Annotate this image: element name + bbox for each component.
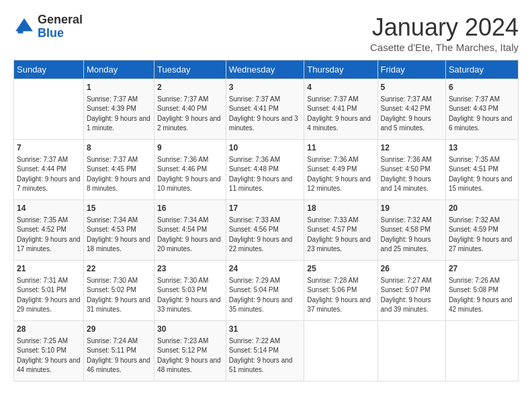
- cell-content: Sunrise: 7:33 AMSunset: 4:57 PMDaylight:…: [307, 216, 374, 255]
- calendar-week-row: 7Sunrise: 7:37 AMSunset: 4:44 PMDaylight…: [14, 140, 519, 200]
- calendar-cell: 23Sunrise: 7:30 AMSunset: 5:03 PMDayligh…: [154, 261, 226, 321]
- cell-content: Sunrise: 7:33 AMSunset: 4:56 PMDaylight:…: [229, 216, 302, 255]
- calendar-cell: 18Sunrise: 7:33 AMSunset: 4:57 PMDayligh…: [304, 200, 378, 261]
- day-number: 3: [229, 82, 302, 93]
- calendar-cell: 28Sunrise: 7:25 AMSunset: 5:10 PMDayligh…: [14, 321, 84, 381]
- day-number: 17: [229, 203, 302, 214]
- day-number: 1: [87, 82, 151, 93]
- cell-content: Sunrise: 7:37 AMSunset: 4:40 PMDaylight:…: [157, 95, 223, 134]
- day-number: 12: [381, 142, 443, 154]
- cell-content: Sunrise: 7:26 AMSunset: 5:08 PMDaylight:…: [449, 276, 515, 315]
- calendar-cell: 10Sunrise: 7:36 AMSunset: 4:48 PMDayligh…: [226, 140, 304, 200]
- calendar-cell: 22Sunrise: 7:30 AMSunset: 5:02 PMDayligh…: [84, 261, 154, 321]
- calendar-cell: 12Sunrise: 7:36 AMSunset: 4:50 PMDayligh…: [378, 140, 445, 200]
- cell-content: Sunrise: 7:37 AMSunset: 4:45 PMDaylight:…: [87, 155, 151, 194]
- calendar-cell: 27Sunrise: 7:26 AMSunset: 5:08 PMDayligh…: [445, 261, 518, 321]
- calendar-header-row: SundayMondayTuesdayWednesdayThursdayFrid…: [14, 60, 519, 79]
- day-number: 23: [157, 263, 223, 275]
- cell-content: Sunrise: 7:35 AMSunset: 4:52 PMDaylight:…: [17, 216, 81, 255]
- cell-content: Sunrise: 7:34 AMSunset: 4:53 PMDaylight:…: [87, 216, 151, 255]
- cell-content: Sunrise: 7:34 AMSunset: 4:54 PMDaylight:…: [157, 216, 223, 255]
- cell-content: Sunrise: 7:30 AMSunset: 5:02 PMDaylight:…: [87, 276, 151, 315]
- day-number: 18: [307, 203, 374, 214]
- calendar-cell: [378, 321, 445, 381]
- calendar-cell: [445, 321, 518, 381]
- calendar-cell: 30Sunrise: 7:23 AMSunset: 5:12 PMDayligh…: [154, 321, 226, 381]
- logo-blue-text: Blue: [38, 26, 64, 40]
- calendar-cell: 29Sunrise: 7:24 AMSunset: 5:11 PMDayligh…: [84, 321, 154, 381]
- calendar-cell: 4Sunrise: 7:37 AMSunset: 4:41 PMDaylight…: [304, 79, 378, 140]
- cell-content: Sunrise: 7:32 AMSunset: 4:58 PMDaylight:…: [381, 216, 443, 255]
- header-friday: Friday: [378, 60, 445, 79]
- day-number: 6: [449, 82, 515, 93]
- calendar-cell: 20Sunrise: 7:32 AMSunset: 4:59 PMDayligh…: [445, 200, 518, 261]
- header-tuesday: Tuesday: [154, 60, 226, 79]
- day-number: 27: [449, 263, 515, 275]
- title-block: January 2024 Casette d'Ete, The Marches,…: [370, 13, 519, 53]
- cell-content: Sunrise: 7:36 AMSunset: 4:48 PMDaylight:…: [229, 155, 302, 194]
- day-number: 10: [229, 142, 302, 154]
- calendar-cell: 7Sunrise: 7:37 AMSunset: 4:44 PMDaylight…: [14, 140, 84, 200]
- day-number: 9: [157, 142, 223, 154]
- calendar-week-row: 28Sunrise: 7:25 AMSunset: 5:10 PMDayligh…: [14, 321, 519, 381]
- day-number: 31: [229, 324, 302, 335]
- header-monday: Monday: [84, 60, 154, 79]
- cell-content: Sunrise: 7:37 AMSunset: 4:41 PMDaylight:…: [229, 95, 302, 134]
- logo-icon: [13, 16, 35, 38]
- logo-general-text: General: [38, 13, 83, 26]
- day-number: 25: [307, 263, 374, 275]
- day-number: 14: [17, 203, 81, 214]
- calendar-cell: 1Sunrise: 7:37 AMSunset: 4:39 PMDaylight…: [84, 79, 154, 140]
- day-number: 19: [381, 203, 443, 214]
- cell-content: Sunrise: 7:25 AMSunset: 5:10 PMDaylight:…: [17, 336, 81, 375]
- day-number: 13: [449, 142, 515, 154]
- header-sunday: Sunday: [14, 60, 84, 79]
- calendar-cell: [14, 79, 84, 140]
- cell-content: Sunrise: 7:36 AMSunset: 4:49 PMDaylight:…: [307, 155, 374, 194]
- calendar-cell: 14Sunrise: 7:35 AMSunset: 4:52 PMDayligh…: [14, 200, 84, 261]
- calendar-cell: 31Sunrise: 7:22 AMSunset: 5:14 PMDayligh…: [226, 321, 304, 381]
- calendar-cell: 8Sunrise: 7:37 AMSunset: 4:45 PMDaylight…: [84, 140, 154, 200]
- cell-content: Sunrise: 7:29 AMSunset: 5:04 PMDaylight:…: [229, 276, 302, 315]
- cell-content: Sunrise: 7:27 AMSunset: 5:07 PMDaylight:…: [381, 276, 443, 315]
- cell-content: Sunrise: 7:22 AMSunset: 5:14 PMDaylight:…: [229, 336, 302, 375]
- cell-content: Sunrise: 7:36 AMSunset: 4:50 PMDaylight:…: [381, 155, 443, 194]
- header-thursday: Thursday: [304, 60, 378, 79]
- svg-rect-1: [17, 28, 23, 33]
- calendar-cell: [304, 321, 378, 381]
- calendar-cell: 9Sunrise: 7:36 AMSunset: 4:46 PMDaylight…: [154, 140, 226, 200]
- day-number: 11: [307, 142, 374, 154]
- day-number: 30: [157, 324, 223, 335]
- calendar-week-row: 21Sunrise: 7:31 AMSunset: 5:01 PMDayligh…: [14, 261, 519, 321]
- day-number: 5: [381, 82, 443, 93]
- day-number: 20: [449, 203, 515, 214]
- day-number: 22: [87, 263, 151, 275]
- calendar-week-row: 14Sunrise: 7:35 AMSunset: 4:52 PMDayligh…: [14, 200, 519, 261]
- calendar-table: SundayMondayTuesdayWednesdayThursdayFrid…: [13, 60, 519, 381]
- calendar-cell: 17Sunrise: 7:33 AMSunset: 4:56 PMDayligh…: [226, 200, 304, 261]
- day-number: 8: [87, 142, 151, 154]
- logo: General Blue: [13, 13, 83, 40]
- cell-content: Sunrise: 7:37 AMSunset: 4:41 PMDaylight:…: [307, 95, 374, 134]
- calendar-cell: 21Sunrise: 7:31 AMSunset: 5:01 PMDayligh…: [14, 261, 84, 321]
- calendar-cell: 16Sunrise: 7:34 AMSunset: 4:54 PMDayligh…: [154, 200, 226, 261]
- day-number: 28: [17, 324, 81, 335]
- page-header: General Blue January 2024 Casette d'Ete,…: [13, 13, 519, 53]
- day-number: 29: [87, 324, 151, 335]
- cell-content: Sunrise: 7:35 AMSunset: 4:51 PMDaylight:…: [449, 155, 515, 194]
- header-saturday: Saturday: [445, 60, 518, 79]
- calendar-cell: 5Sunrise: 7:37 AMSunset: 4:42 PMDaylight…: [378, 79, 445, 140]
- cell-content: Sunrise: 7:31 AMSunset: 5:01 PMDaylight:…: [17, 276, 81, 315]
- calendar-cell: 24Sunrise: 7:29 AMSunset: 5:04 PMDayligh…: [226, 261, 304, 321]
- day-number: 2: [157, 82, 223, 93]
- calendar-week-row: 1Sunrise: 7:37 AMSunset: 4:39 PMDaylight…: [14, 79, 519, 140]
- day-number: 4: [307, 82, 374, 93]
- cell-content: Sunrise: 7:37 AMSunset: 4:44 PMDaylight:…: [17, 155, 81, 194]
- day-number: 16: [157, 203, 223, 214]
- cell-content: Sunrise: 7:37 AMSunset: 4:42 PMDaylight:…: [381, 95, 443, 134]
- calendar-cell: 3Sunrise: 7:37 AMSunset: 4:41 PMDaylight…: [226, 79, 304, 140]
- month-title: January 2024: [370, 13, 519, 42]
- cell-content: Sunrise: 7:37 AMSunset: 4:39 PMDaylight:…: [87, 95, 151, 134]
- cell-content: Sunrise: 7:28 AMSunset: 5:06 PMDaylight:…: [307, 276, 374, 315]
- calendar-cell: 6Sunrise: 7:37 AMSunset: 4:43 PMDaylight…: [445, 79, 518, 140]
